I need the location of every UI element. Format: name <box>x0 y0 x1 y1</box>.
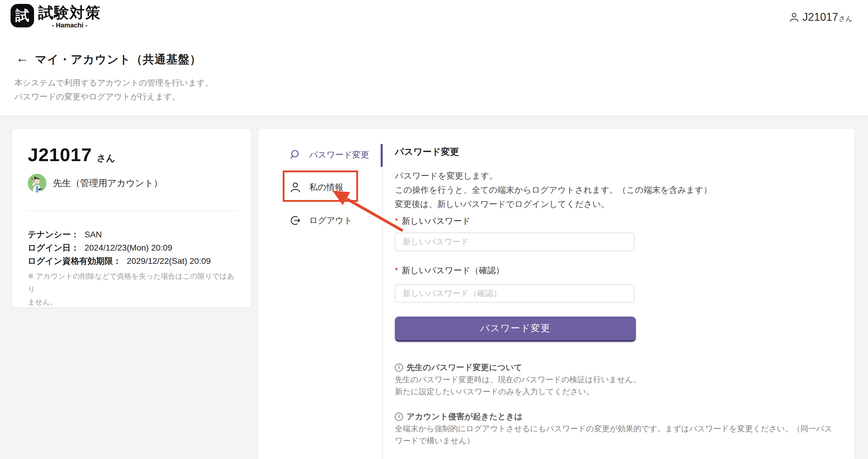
page-description-line: 本システムで利用するアカウントの管理を行います。 <box>14 76 213 90</box>
info-section-teacher-password: 先生のパスワード変更について 先生のパスワード変更時は、現在のパスワードの検証は… <box>395 361 844 398</box>
info-body-line: 新たに設定したいパスワードのみを入力してください。 <box>395 386 844 398</box>
panel-intro-line: パスワードを変更します。 <box>395 169 844 183</box>
profile-note: ※ アカウントの削除などで資格を失った場合はこの限りではあり ません。 <box>28 269 236 308</box>
logo-title: 試験対策 <box>38 4 101 21</box>
header-user-name: J21017 <box>803 11 838 24</box>
nav-item-logout[interactable]: ログアウト <box>289 214 352 227</box>
nav-item-password-change[interactable]: パスワード変更 <box>289 148 369 161</box>
page-description-line: パスワードの変更やログアウトが行えます。 <box>14 90 213 104</box>
label-text: 新しいパスワード <box>402 215 470 227</box>
nav-item-label: パスワード変更 <box>309 149 369 161</box>
required-asterisk: * <box>395 266 398 275</box>
new-password-input[interactable] <box>395 232 634 251</box>
profile-note-line: ※ アカウントの削除などで資格を失った場合はこの限りではあり <box>28 269 236 295</box>
profile-field-login-date: ログイン日： 2024/12/23(Mon) 20:09 <box>28 241 236 255</box>
profile-name-row: J21017 さん <box>28 144 236 165</box>
teacher-avatar <box>28 174 46 192</box>
logo-badge-icon: 試 <box>10 4 34 27</box>
back-arrow-icon[interactable]: ← <box>16 51 29 65</box>
info-title-text: アカウント侵害が起きたときは <box>407 411 523 422</box>
info-icon <box>395 363 403 372</box>
confirm-password-input[interactable] <box>395 284 634 303</box>
label-text: 新しいパスワード（確認） <box>402 265 504 276</box>
app-logo[interactable]: 試 試験対策 - Hamachi - <box>10 4 101 29</box>
profile-note-line: ません。 <box>28 295 236 308</box>
profile-role: 先生（管理用アカウント） <box>53 177 163 190</box>
field-label: ログイン日： <box>28 243 79 252</box>
info-section-account-compromise: アカウント侵害が起きたときは 全端末から強制的にログアウトさせるにもパスワードの… <box>395 411 844 447</box>
info-icon <box>395 413 403 421</box>
nav-item-label: 私の情報 <box>309 182 343 193</box>
page-title: マイ・アカウント（共通基盤） <box>35 52 201 67</box>
logout-icon <box>289 215 301 227</box>
info-section-body: 先生のパスワード変更時は、現在のパスワードの検証は行いません。 新たに設定したい… <box>395 373 844 398</box>
person-icon <box>789 12 800 23</box>
active-nav-indicator <box>381 144 383 167</box>
field-value: 2024/12/23(Mon) 20:09 <box>84 243 172 252</box>
field-label: ログイン資格有効期限： <box>28 256 121 266</box>
logo-text: 試験対策 - Hamachi - <box>38 4 101 29</box>
person-icon <box>289 181 301 193</box>
info-section-title: 先生のパスワード変更について <box>395 361 844 373</box>
info-body-line: 全端末から強制的にログアウトさせるにもパスワードの変更が効果的です。まずはパスワ… <box>395 423 844 435</box>
profile-role-row: 先生（管理用アカウント） <box>28 174 236 192</box>
profile-name-suffix: さん <box>97 152 115 164</box>
required-asterisk: * <box>395 216 398 226</box>
app-header: 試 試験対策 - Hamachi - J21017 さん ← マイ・アカウント（… <box>0 0 868 116</box>
page-description: 本システムで利用するアカウントの管理を行います。 パスワードの変更やログアウトが… <box>14 76 213 104</box>
profile-field-login-expiry: ログイン資格有効期限： 2029/12/22(Sat) 20:09 <box>28 255 236 268</box>
info-body-line: 先生のパスワード変更時は、現在のパスワードの検証は行いません。 <box>395 373 844 386</box>
divider <box>28 210 236 211</box>
info-body-line: ワードで構いません） <box>395 435 844 447</box>
profile-field-tenancy: テナンシー： SAN <box>28 228 236 241</box>
panel-heading: パスワード変更 <box>395 146 844 157</box>
info-title-text: 先生のパスワード変更について <box>407 362 522 373</box>
field-value: SAN <box>84 230 102 239</box>
profile-name: J21017 <box>28 144 92 165</box>
header-user-menu[interactable]: J21017 さん <box>789 11 852 24</box>
nav-item-label: ログアウト <box>309 215 352 226</box>
new-password-label: * 新しいパスワード <box>395 216 844 226</box>
confirm-password-label: * 新しいパスワード（確認） <box>395 265 844 275</box>
field-label: テナンシー： <box>28 230 79 239</box>
panel-intro: パスワードを変更します。 この操作を行うと、全ての端末からログアウトされます。（… <box>395 169 844 211</box>
password-change-button[interactable]: パスワード変更 <box>395 317 636 342</box>
logo-subtitle: - Hamachi - <box>52 21 88 29</box>
search-icon <box>289 149 301 161</box>
header-user-suffix: さん <box>839 14 852 23</box>
panel-intro-line: 変更後は、新しいパスワードでログインしてください。 <box>395 197 844 211</box>
info-section-title: アカウント侵害が起きたときは <box>395 411 844 423</box>
nav-item-my-info[interactable]: 私の情報 <box>289 181 343 194</box>
password-change-panel: パスワード変更 パスワードを変更します。 この操作を行うと、全ての端末からログア… <box>395 146 844 447</box>
field-value: 2029/12/22(Sat) 20:09 <box>127 256 211 266</box>
info-section-body: 全端末から強制的にログアウトさせるにもパスワードの変更が効果的です。まずはパスワ… <box>395 423 844 447</box>
profile-fields: テナンシー： SAN ログイン日： 2024/12/23(Mon) 20:09 … <box>28 228 236 268</box>
panel-intro-line: この操作を行うと、全ての端末からログアウトされます。（この端末を含みます） <box>395 183 844 197</box>
profile-card: J21017 さん 先生（管理用アカウント） <box>12 129 251 307</box>
nav-content-divider <box>382 144 383 459</box>
